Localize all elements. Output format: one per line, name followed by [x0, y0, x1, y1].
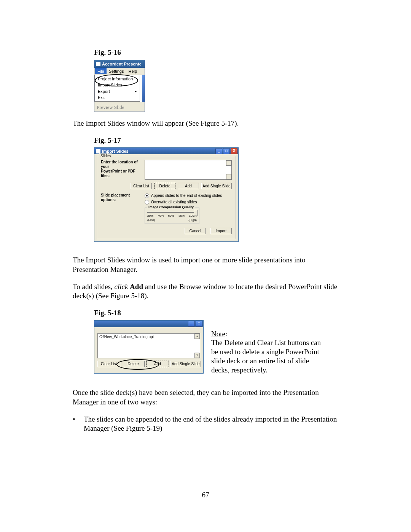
paragraph-1: The Import Slides window will appear (Se… — [73, 119, 338, 128]
menu-file[interactable]: File — [95, 68, 107, 74]
menu-item-import-slides[interactable]: Import Slides — [95, 82, 140, 88]
fig16-caption: Fig. 5-16 — [94, 48, 338, 58]
fig17-window: Import Slides _ □ X Slides Enter the loc… — [94, 147, 239, 242]
preview-strip — [142, 75, 145, 102]
slides-groupbox: Slides Enter the location of your PowerP… — [97, 156, 236, 239]
slider-tick-labels: 20% 40% 60% 80% 100% — [147, 214, 197, 218]
fig16-title: Accordent Presente — [102, 61, 142, 67]
page-number: 67 — [0, 490, 411, 500]
scroll-up-icon[interactable]: ▴ — [194, 334, 200, 339]
add-button[interactable]: Add — [146, 361, 169, 367]
menu-item-project-info[interactable]: Project Information — [95, 76, 140, 82]
app-icon — [96, 149, 100, 153]
enter-location-label: Enter the location of your PowerPoint or… — [101, 160, 145, 178]
menu-item-exit[interactable]: Exit — [95, 94, 140, 101]
slider-end-labels: (Low) (High) — [147, 218, 197, 222]
menu-item-export[interactable]: Export — [95, 88, 140, 94]
fig16-body-text: Preview Slide — [94, 102, 145, 112]
fig16-window: Accordent Presente File Settings Help Pr… — [94, 60, 145, 112]
file-path-entry: C:\New_Workplace_Training.ppt — [99, 335, 154, 339]
paragraph-4: Once the slide deck(s) have been selecte… — [73, 388, 338, 407]
bullet-item-1: • The slides can be appended to the end … — [73, 415, 338, 433]
fig17-titlebar: Import Slides _ □ X — [94, 148, 238, 154]
note-heading: Note — [211, 330, 225, 338]
cancel-button[interactable]: Cancel — [185, 228, 206, 234]
fig17-caption: Fig. 5-17 — [94, 136, 338, 145]
add-single-slide-button[interactable]: Add Single Slide — [170, 361, 201, 367]
delete-button[interactable]: Delete — [154, 183, 175, 189]
file-listbox[interactable]: C:\New_Workplace_Training.ppt ▴ ▾ — [97, 333, 200, 358]
paragraph-3: To add slides, click Add and use the Bro… — [73, 282, 338, 301]
fig18-window: _ □ C:\New_Workplace_Training.ppt ▴ ▾ Cl… — [94, 320, 204, 374]
import-button[interactable]: Import — [210, 228, 232, 234]
maximize-button[interactable]: □ — [196, 321, 202, 327]
add-single-slide-button[interactable]: Add Single Slide — [201, 183, 232, 189]
fig18-caption: Fig. 5-18 — [94, 308, 338, 318]
radio-dot-icon — [145, 193, 149, 198]
menu-help[interactable]: Help — [126, 68, 139, 74]
fig17-container: Import Slides _ □ X Slides Enter the loc… — [94, 147, 239, 242]
placement-label: Slide placement options: — [101, 193, 145, 234]
maximize-button[interactable]: □ — [223, 148, 230, 154]
document-page: Fig. 5-16 Accordent Presente File Settin… — [0, 0, 411, 532]
fig18-note: Note: The Delete and Clear List buttons … — [211, 320, 325, 375]
clear-list-button[interactable]: Clear List — [131, 183, 152, 189]
radio-dot-icon — [145, 200, 149, 204]
slides-legend: Slides — [99, 153, 112, 158]
note-body: The Delete and Clear List buttons can be… — [211, 339, 321, 374]
radio-append[interactable]: Append slides to the end of existing sli… — [145, 193, 232, 198]
bullet-text-1: The slides can be appended to the end of… — [84, 415, 338, 433]
file-listbox[interactable] — [145, 160, 232, 180]
delete-button[interactable]: Delete — [122, 361, 145, 367]
minimize-button[interactable]: _ — [215, 148, 222, 154]
fig16-titlebar: Accordent Presente — [94, 60, 145, 68]
paragraph-2: The Import Slides window is used to impo… — [73, 256, 338, 274]
compression-slider[interactable] — [147, 212, 197, 213]
scroll-down-icon[interactable]: ▾ — [194, 353, 200, 358]
add-button[interactable]: Add — [178, 183, 199, 189]
fig16-menubar: File Settings Help — [94, 68, 145, 75]
menu-settings[interactable]: Settings — [107, 68, 126, 74]
slider-thumb-icon[interactable] — [194, 210, 198, 216]
fig17-title: Import Slides — [102, 149, 129, 154]
fig16-container: Accordent Presente File Settings Help Pr… — [94, 60, 145, 112]
file-menu-dropdown: Project Information Import Slides Export… — [94, 75, 140, 102]
app-icon — [96, 62, 100, 66]
fig18-titlebar: _ □ — [94, 321, 203, 327]
bullet-icon: • — [73, 415, 84, 433]
scroll-up-icon[interactable] — [226, 160, 231, 166]
radio-overwrite[interactable]: Overwrite all existing slides — [145, 200, 232, 204]
compression-legend: Image Compression Quality — [147, 205, 195, 210]
fig18-container: _ □ C:\New_Workplace_Training.ppt ▴ ▾ Cl… — [94, 320, 204, 374]
scroll-down-icon[interactable] — [226, 174, 231, 179]
compression-groupbox: Image Compression Quality 20% 40% 60% 80… — [145, 208, 199, 224]
minimize-button[interactable]: _ — [188, 321, 195, 327]
clear-list-button[interactable]: Clear List — [97, 361, 120, 367]
close-button[interactable]: X — [231, 148, 237, 154]
